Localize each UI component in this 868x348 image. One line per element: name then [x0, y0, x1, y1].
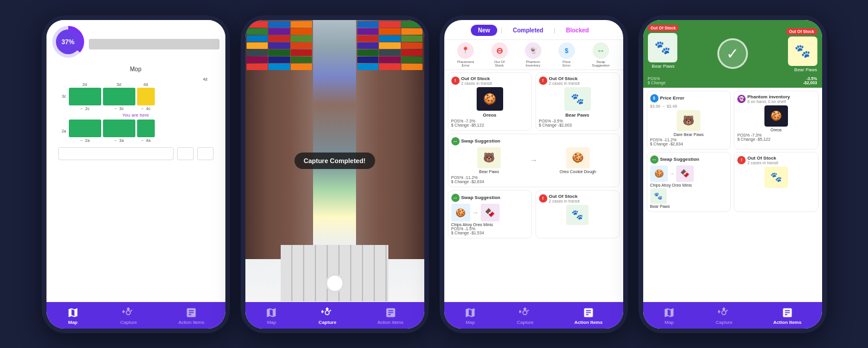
map-aisle-label: Mop — [52, 66, 220, 72]
bearpaws-change-1: $ Change -$2,003 — [539, 123, 616, 127]
phone2-bottom-nav: Map Capture 156 Action Items — [245, 301, 424, 329]
nav-capture-3[interactable]: Capture — [517, 307, 533, 325]
phone-4-screen: Out Of Stock 🐾 Bear Paws ✓ Out Of Stock … — [643, 20, 822, 329]
map-icon-4 — [663, 307, 675, 319]
shutter-button[interactable] — [325, 274, 344, 293]
bearpaws-name-1: Bear Paws — [539, 112, 616, 118]
dare-bearpaws-name: Dare Bear Paws — [650, 132, 728, 137]
phone4-bottom-nav: Map Capture Action Items — [643, 301, 822, 329]
phantom-dot: 👻 — [737, 95, 746, 103]
nav-map-2[interactable]: Map — [265, 307, 277, 325]
shelf-row-bottom: 2a ← 2a ← 3a — [58, 120, 214, 142]
swap-from-img-1: 🐻 — [477, 147, 501, 168]
nav-action-3[interactable]: Action Items — [574, 307, 603, 325]
map-input[interactable] — [58, 147, 174, 160]
swap-dot-1: ↔ — [451, 137, 460, 145]
top-left-product: Out Of Stock 🐾 Bear Paws — [648, 25, 679, 69]
card-oos-3: ! Out Of Stock 2 cases in transit 🐾 — [536, 190, 620, 238]
card-oos-detail: ! Out Of Stock 2 cases in transit 🐾 — [734, 152, 819, 212]
swap-to-img-1: 🍪 — [566, 147, 590, 168]
check-circle: ✓ — [717, 38, 748, 69]
top-right-product: Out Of Stock 🐾 Bear Paws — [786, 25, 817, 72]
tab-completed[interactable]: Completed — [505, 25, 550, 36]
card-oos-oreos: ! Out Of Stock 2 cases in transit 🍪 Oreo… — [448, 72, 532, 131]
filter-phantom[interactable]: 👻 PhantomInventory — [525, 42, 541, 67]
card-swap-detail: ↔ Swap Suggestion 🍪 → 🍫 Chips Ahoy O — [647, 152, 731, 212]
top-right-img: 🐾 — [788, 37, 817, 66]
swap-title-1: Swap Suggestion — [461, 138, 501, 144]
map-header: 37% — [52, 26, 220, 62]
nav-action-2[interactable]: Action Items — [378, 307, 404, 325]
swap-title-2: Swap Suggestion — [461, 195, 501, 200]
map-icon-1 — [67, 307, 79, 319]
phone-3-action: New | Completed | Blocked 📍 PlacementErr… — [440, 15, 628, 333]
oos-badge-left: Out Of Stock — [648, 25, 679, 31]
nav-capture-label-3: Capture — [517, 320, 533, 325]
nav-capture-2[interactable]: Capture 156 — [318, 307, 336, 325]
oos-sub-3: 2 cases in transit — [549, 199, 580, 203]
tab-new[interactable]: New — [471, 25, 497, 36]
phone-2-capture: Capture Completed! Map Capture 156 — [241, 15, 429, 333]
swap-to-name-1: Oreo Cookie Dough — [540, 170, 616, 174]
price-err-title: Price Error — [660, 95, 684, 101]
filter-swap[interactable]: ↔ SwapSuggestion — [592, 42, 610, 67]
label-4d: 4d — [203, 77, 208, 81]
oos-detail-img: 🐾 — [764, 167, 788, 188]
filter-placement[interactable]: 📍 PlacementError — [457, 42, 474, 67]
oos-badge-right: Out Of Stock — [786, 28, 817, 35]
card-oos-bearPaws: ! Out Of Stock 2 cases in transit 🐾 Bear… — [536, 72, 620, 131]
map-icon-3 — [464, 307, 476, 319]
swap-detail-title: Swap Suggestion — [660, 157, 700, 162]
nav-action-1[interactable]: Action Items — [178, 307, 204, 325]
oos-dot-1: ! — [451, 77, 460, 85]
nav-map-3[interactable]: Map — [464, 307, 476, 325]
capture-screen: Capture Completed! — [245, 20, 424, 301]
top-left-img: 🐾 — [648, 33, 677, 62]
phone3-bottom-nav: Map Capture Action Items — [444, 301, 623, 329]
action-icon-4 — [781, 307, 793, 319]
phantom-pos: POS% -7.3% — [737, 133, 815, 137]
tab-blocked[interactable]: Blocked — [559, 25, 596, 36]
chips-ahoy-label: Chips Ahoy Oreo Minis — [451, 223, 528, 227]
nav-capture-4[interactable]: Capture — [716, 307, 732, 325]
filter-price[interactable]: $ PriceError — [558, 42, 575, 67]
aisle-map-container: 4d 3c 2d ← 2c 3d — [52, 75, 220, 163]
card-oos-title-2: Out Of Stock — [549, 76, 580, 81]
detail-row-2: ↔ Swap Suggestion 🍪 → 🍫 Chips Ahoy O — [647, 152, 819, 212]
nav-map-label-2: Map — [267, 320, 277, 325]
capture-icon-1 — [122, 307, 134, 319]
cards-row-1: ! Out Of Stock 2 cases in transit 🍪 Oreo… — [448, 72, 620, 131]
card-oos-sub-2: 2 cases in transit — [549, 81, 580, 85]
map-btn-2[interactable] — [197, 147, 214, 160]
card-oos-sub-1: 2 cases in transit — [461, 81, 493, 85]
phantom-title: Phantom inventory — [747, 94, 790, 100]
filter-out-of-stock[interactable]: ⊖ Out OfStock — [491, 42, 508, 67]
phone-1-map: 37% Mop 4d 3c 2d — [42, 15, 230, 333]
pos-left-label: POS% — [648, 77, 666, 81]
nav-action-4[interactable]: Action Items — [773, 307, 802, 325]
nav-map-1[interactable]: Map — [67, 307, 79, 325]
swap-change-1: $ Change -$2,634 — [451, 180, 616, 184]
swap-pos-1: POS% -11.2% — [451, 175, 616, 180]
oos-detail-title: Out Of Stock — [747, 155, 779, 161]
detail-row-1: $ Price Error $3.99 → $3.49 🐻 Dare Bear … — [647, 91, 819, 150]
you-are-here-label: You are here — [58, 112, 214, 118]
nav-capture-1[interactable]: Capture — [120, 307, 137, 325]
price-range: $3.99 → $3.49 — [650, 104, 728, 108]
top-stats: POS% $ Change -3.5% -$2,003 — [648, 77, 817, 85]
nav-map-4[interactable]: Map — [663, 307, 675, 325]
nav-action-label-4: Action Items — [773, 320, 802, 325]
detail-cards: $ Price Error $3.99 → $3.49 🐻 Dare Bear … — [643, 88, 822, 301]
shelf-block-3d — [103, 88, 135, 105]
oos-dot-3: ! — [539, 194, 547, 203]
shelf-blocks-row2: ← 2a ← 3a ← 4a — [69, 120, 155, 142]
price-change: $ Change -$2,834 — [650, 142, 728, 146]
nav-action-label-2: Action Items — [378, 320, 404, 325]
action-icon-3 — [583, 307, 594, 319]
shelf-block-4d — [137, 88, 155, 105]
nav-action-label-3: Action Items — [574, 320, 603, 325]
map-btn-1[interactable] — [177, 147, 194, 160]
swap-to-oreo-mini: 🍫 — [676, 165, 694, 182]
oreo-change: $ Change -$5,122 — [451, 123, 528, 127]
shelf-block-2d — [69, 88, 101, 105]
